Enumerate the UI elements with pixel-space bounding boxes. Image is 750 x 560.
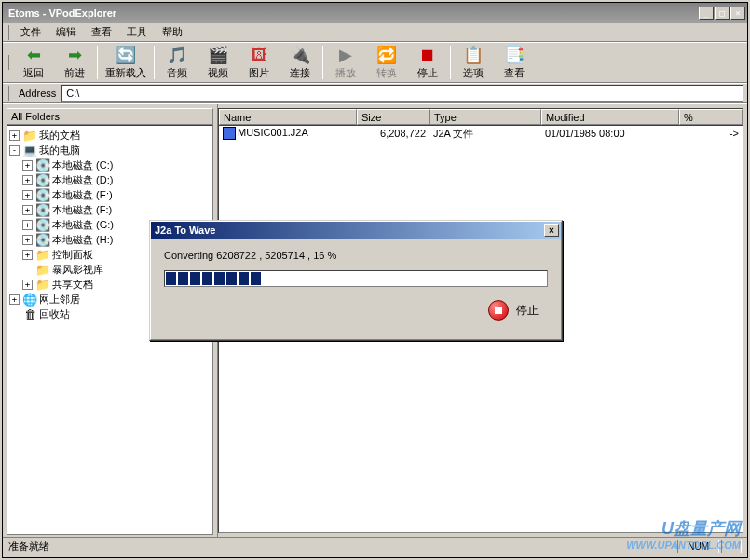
toolbar-grip[interactable] [7,55,9,70]
cell-type: J2A 文件 [430,126,541,142]
reload-button[interactable]: 🔄 重新载入 [100,43,152,82]
stop-button[interactable]: ⏹ 停止 [407,43,448,82]
tree-expand[interactable]: + [9,294,20,305]
video-button[interactable]: 🎬 视频 [198,43,239,82]
dialog-status-text: Converting 6208722 , 5205714 , 16 % [164,250,548,261]
network-icon: 🌐 [22,292,37,307]
image-icon: 🖼 [249,45,269,65]
back-icon: ⬅ [23,45,44,65]
list-row[interactable]: MUSIC001.J2A 6,208,722 J2A 文件 01/01/1985… [219,126,743,141]
menubar: 文件 编辑 查看 工具 帮助 [3,23,747,42]
col-type[interactable]: Type [430,109,541,125]
dialog-close-button[interactable]: × [544,224,559,237]
recycle-icon: 🗑 [22,307,37,321]
tree-storm[interactable]: 暴风影视库 [52,263,103,277]
separator [450,46,451,79]
dialog-title: J2a To Wave [153,225,544,236]
convert-button: 🔁 转换 [366,43,407,82]
tree-disk-g[interactable]: 本地磁盘 (G:) [52,218,114,232]
progress-segment [190,272,200,285]
options-button[interactable]: 📋 选项 [453,43,494,82]
tree-expand[interactable]: + [22,235,33,245]
menu-grip[interactable] [7,25,9,40]
cell-size: 6,208,722 [357,127,430,140]
cell-name: MUSIC001.J2A [219,126,357,141]
dialog-stop-button[interactable]: 停止 [516,303,539,319]
view-button[interactable]: 📑 查看 [494,43,535,82]
statusbar: 准备就绪 NUM [3,537,747,555]
status-num: NUM [677,540,719,553]
view-icon: 📑 [504,45,525,65]
address-grip[interactable] [7,86,9,101]
tree-expand[interactable]: + [22,205,33,215]
forward-button[interactable]: ➡ 前进 [54,43,95,82]
folder-icon: 📁 [35,247,50,262]
convert-icon: 🔁 [376,45,397,65]
tree-disk-d[interactable]: 本地磁盘 (D:) [52,173,113,187]
progress-segment [166,272,176,285]
tree-network[interactable]: 网上邻居 [39,293,80,307]
tree-expand[interactable]: + [22,280,33,290]
col-pct[interactable]: % [679,109,743,125]
tree-disk-h[interactable]: 本地磁盘 (H:) [52,233,113,247]
connect-icon: 🔌 [290,45,310,65]
disk-icon: 💽 [35,187,50,202]
tree-recycle[interactable]: 回收站 [39,307,70,321]
dialog-titlebar[interactable]: J2a To Wave × [151,222,561,239]
progress-segment [202,272,212,285]
file-icon [223,127,236,140]
separator [97,46,98,79]
reload-icon: 🔄 [116,45,136,65]
menu-file[interactable]: 文件 [13,23,48,41]
sidebar-header: All Folders [7,108,213,125]
close-button[interactable]: × [730,7,745,20]
col-modified[interactable]: Modified [541,109,679,125]
tree-expand[interactable]: + [9,130,20,141]
stop-icon[interactable] [488,300,509,321]
window-title: Etoms - VPodExplorer [5,7,699,19]
tree-mydocs[interactable]: 我的文档 [39,129,80,143]
connect-button[interactable]: 🔌 连接 [280,43,320,82]
disk-icon: 💽 [35,232,50,247]
tree-disk-c[interactable]: 本地磁盘 (C:) [52,158,113,172]
address-input[interactable] [61,85,743,102]
forward-icon: ➡ [64,45,85,65]
video-icon: 🎬 [208,45,228,65]
cell-modified: 01/01/1985 08:00 [541,127,679,140]
back-button[interactable]: ⬅ 返回 [13,43,54,82]
address-label: Address [13,88,56,99]
tree-expand[interactable]: + [22,220,33,230]
tree-control[interactable]: 控制面板 [52,248,93,262]
tree-expand[interactable]: + [22,250,33,260]
tree-shared[interactable]: 共享文档 [52,278,93,292]
audio-button[interactable]: 🎵 音频 [157,43,198,82]
col-size[interactable]: Size [357,109,430,125]
folder-icon: 📁 [35,277,50,292]
tree-expand[interactable]: + [22,160,33,171]
tree-collapse[interactable]: - [9,145,20,156]
separator [322,46,323,79]
status-pane [721,540,742,553]
tree-expand[interactable]: + [22,190,33,200]
disk-icon: 💽 [35,202,50,217]
menu-tools[interactable]: 工具 [119,23,155,41]
tree-mycomputer[interactable]: 我的电脑 [39,143,80,157]
tree-disk-f[interactable]: 本地磁盘 (F:) [52,203,112,217]
menu-edit[interactable]: 编辑 [48,23,84,41]
play-icon: ▶ [335,45,356,65]
col-name[interactable]: Name [219,109,357,125]
maximize-button[interactable]: □ [715,7,730,20]
progress-bar [164,270,548,287]
minimize-button[interactable]: _ [699,7,714,20]
play-button: ▶ 播放 [325,43,366,82]
progress-segment [226,272,237,285]
tree-expand[interactable]: + [22,175,33,185]
options-icon: 📋 [463,45,484,65]
tree-disk-e[interactable]: 本地磁盘 (E:) [52,188,113,202]
titlebar[interactable]: Etoms - VPodExplorer _ □ × [3,3,747,23]
status-text: 准备就绪 [8,540,49,553]
menu-help[interactable]: 帮助 [155,23,190,41]
folder-icon: 📁 [22,128,37,143]
image-button[interactable]: 🖼 图片 [239,43,280,82]
menu-view[interactable]: 查看 [84,23,119,41]
